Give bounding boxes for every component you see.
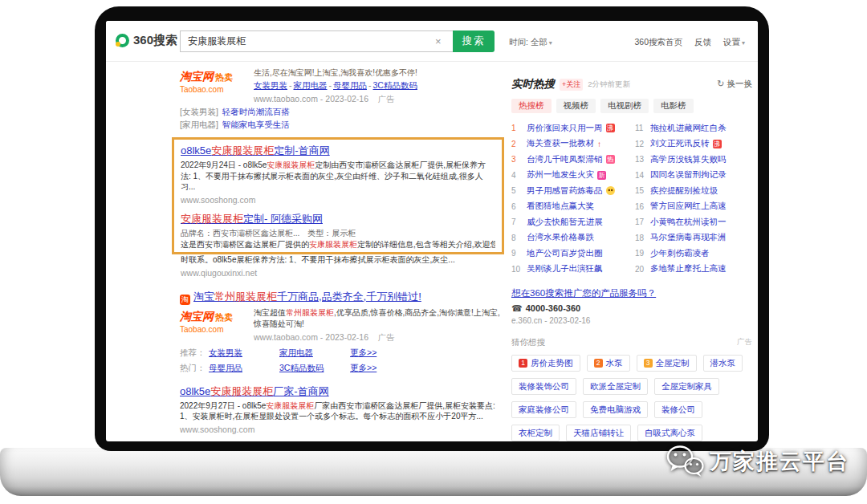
guess-tag[interactable]: 天猫店铺转让	[566, 425, 631, 441]
hot-rank: 11	[635, 124, 647, 132]
clear-icon[interactable]: ×	[435, 35, 442, 47]
tab-movie-list[interactable]: 电影榜	[653, 99, 694, 113]
result-title-link[interactable]: 安康服装展柜定制- 阿德采购网	[181, 213, 323, 225]
hot-rank: 8	[511, 234, 523, 242]
taobao-logo-sub: 热卖	[215, 72, 233, 82]
more-link[interactable]: 更多>>	[350, 346, 377, 359]
title-text: o8lk5e	[181, 144, 211, 156]
ad-category-row: 推荐：女装男装家用电器更多>>	[180, 346, 504, 359]
updated-time: 2分钟前更新	[588, 79, 630, 90]
hot-search-item[interactable]: 1房价涨回来只用一周沸	[511, 120, 629, 136]
taobao-logo[interactable]: 淘宝网热卖 Taobao.com	[180, 307, 246, 343]
ad-category-row: 热门：母婴用品3C精品数码更多>>	[180, 361, 504, 374]
guess-tag[interactable]: 装修装饰公司	[511, 378, 576, 395]
hot-search-item[interactable]: 11拖拉机进藏网红自杀	[635, 120, 752, 136]
hot-search-item[interactable]: 17小黄鸭在杭州读初一	[635, 214, 752, 230]
hot-search-item[interactable]: 4苏州一地发生火灾新	[511, 168, 629, 184]
hot-text: 多地禁止摩托上高速	[650, 263, 727, 274]
nav-home[interactable]: 360搜索首页	[634, 37, 682, 48]
time-filter-label: 时间: 全部	[509, 37, 547, 47]
rank-badge-3: 3	[644, 359, 653, 368]
ad-label: 广告	[378, 333, 394, 342]
hot-search-item[interactable]: 13高学历没钱算失败吗	[635, 152, 752, 168]
hot-search-item[interactable]: 19少年刺伤霸凌者	[635, 246, 752, 262]
guess-tag[interactable]: 家庭装修公司	[511, 401, 576, 418]
url-text: www.taobao.com - 2023-02-16	[254, 332, 368, 342]
ad-link[interactable]: 母婴用品	[209, 361, 279, 374]
guess-tag[interactable]: 欧派全屋定制	[583, 378, 648, 395]
hot-search-item[interactable]: 7威少去快船暂无进展	[511, 214, 629, 230]
hot-search-item[interactable]: 5男子用感冒药炼毒品	[511, 183, 629, 199]
hot-search-item[interactable]: 12刘文正死讯反转沸	[635, 136, 752, 152]
taobao-logo[interactable]: 淘宝网热卖 Taobao.com	[180, 67, 246, 105]
taobao-logo-domain: Taobao.com	[180, 85, 246, 94]
search-box: × 搜索	[180, 30, 495, 52]
nav-feedback[interactable]: 反馈	[694, 37, 711, 48]
result-url: www.taobao.com - 2023-02-16广告	[254, 93, 417, 105]
ad-link[interactable]: 3C精品数码	[279, 361, 350, 374]
hot-search-item[interactable]: 10吴刚谈儿子出演狂飙	[511, 262, 629, 278]
hot-search-item[interactable]: 2海关查获一批教材↑	[511, 136, 629, 152]
taobao-logo-main: 淘宝网	[180, 310, 214, 323]
ad-link[interactable]: 家用电器	[287, 80, 328, 90]
guess-tag[interactable]: 潜水泵	[703, 355, 743, 372]
promo-link[interactable]: 想在360搜索推广您的产品服务吗？	[511, 288, 656, 298]
hot-search-item[interactable]: 16警方回应网红上高速	[635, 199, 752, 215]
guess-tag[interactable]: 装修公司	[654, 401, 702, 418]
search-input[interactable]	[180, 30, 453, 52]
guess-tag[interactable]: 自吸式离心泵	[637, 425, 702, 441]
hot-search-item[interactable]: 9地产公司百岁贷出圈	[511, 246, 629, 262]
ad-link[interactable]: 女装男装	[209, 346, 279, 359]
organic-result-2: 安康服装展柜定制- 阿德采购网 品牌名：西安市灞桥区鑫达展柜... 类型：展示柜…	[181, 212, 495, 250]
title-keyword: 安康服装展柜	[210, 385, 273, 397]
hot-search-item[interactable]: 6看图猜地点赢大奖	[511, 199, 629, 215]
ad-sublink: [女装男装]轻奢时尚潮流百搭	[180, 106, 504, 118]
ad-link[interactable]: 女装男装	[254, 80, 287, 90]
result-title-link[interactable]: o8lk5e安康服装展柜定制-首商网	[181, 144, 330, 156]
time-filter[interactable]: 时间: 全部▾	[509, 37, 552, 48]
hot-search-item[interactable]: 8台湾水果价格暴跌	[511, 230, 629, 246]
chevron-down-icon: ▾	[742, 39, 745, 47]
url-text: www.taobao.com - 2023-02-16	[254, 94, 368, 104]
hot-rank: 2	[511, 140, 523, 148]
guess-tag[interactable]: 2水泵	[587, 355, 630, 372]
360-logo[interactable]: 360搜索	[116, 33, 177, 48]
ad-link[interactable]: 家用电器	[279, 346, 350, 359]
tab-video-list[interactable]: 视频榜	[556, 99, 596, 113]
more-link[interactable]: 更多>>	[350, 361, 377, 374]
highlight-box: o8lk5e安康服装展柜定制-首商网 2022年9月24日 - o8lk5e安康…	[172, 137, 504, 254]
hot-search-item[interactable]: 20多地禁止摩托上高速	[635, 262, 752, 278]
ad-link[interactable]: 3C精品数码	[367, 80, 417, 90]
laptop-mockup: 360搜索 × 搜索 时间: 全部▾ 360搜索首页 反馈 设置▾	[0, 0, 867, 504]
sublink-text[interactable]: 智能家电享受生活	[222, 120, 290, 129]
guess-tag-row: 1房价走势图 2水泵 3全屋定制 潜水泵	[511, 355, 752, 372]
result-title-link[interactable]: 淘宝常州服装展柜千万商品,品类齐全,千万别错过!	[193, 291, 421, 303]
hot-search-item[interactable]: 3台湾几千吨凤梨滞销热	[511, 152, 629, 168]
guess-tag[interactable]: 3全屋定制	[637, 355, 697, 372]
hot-text: 男子用感冒药炼毒品	[527, 185, 603, 197]
guess-tag-label: 水泵	[606, 358, 623, 369]
refresh-button[interactable]: ↻换一换	[717, 79, 752, 90]
hot-search-item[interactable]: 14因同名误留刑拘记录	[635, 168, 752, 184]
guess-tag[interactable]: 衣柜定制	[511, 425, 560, 441]
result-url: www.taobao.com - 2023-02-16广告	[254, 331, 500, 343]
nav-settings[interactable]: 设置▾	[723, 37, 745, 48]
title-text: 定制-首商网	[274, 144, 329, 156]
hot-search-item[interactable]: 15疾控提醒别捡垃圾	[635, 183, 752, 199]
guess-tag[interactable]: 1房价走势图	[511, 355, 580, 372]
tab-tv-list[interactable]: 电视剧榜	[600, 99, 649, 113]
result-title-link[interactable]: o8lk5e安康服装展柜厂家-首商网	[180, 385, 329, 397]
follow-badge[interactable]: +关注	[560, 79, 583, 91]
hot-search-item[interactable]: 18马尔堡病毒再现非洲	[635, 230, 752, 246]
guess-tag[interactable]: 全屋定制家具	[654, 378, 719, 395]
ad-link[interactable]: 母婴用品	[328, 80, 368, 90]
search-button[interactable]: 搜索	[453, 30, 495, 52]
result-snippet: 2022年9月24日 - o8lk5e安康服装展柜定制由西安市灞桥区鑫达展柜厂提…	[181, 160, 495, 193]
hot-col-left: 1房价涨回来只用一周沸 2海关查获一批教材↑ 3台湾几千吨凤梨滞销热 4苏州一地…	[511, 120, 629, 277]
tab-hot-list[interactable]: 热搜榜	[511, 99, 552, 113]
category-label: 热门：	[180, 361, 209, 374]
guess-tag-row: 家庭装修公司 免费电脑游戏 装修公司	[511, 401, 752, 418]
hot-rank: 15	[635, 186, 647, 195]
sublink-text[interactable]: 轻奢时尚潮流百搭	[222, 107, 290, 116]
guess-tag[interactable]: 免费电脑游戏	[583, 401, 648, 418]
